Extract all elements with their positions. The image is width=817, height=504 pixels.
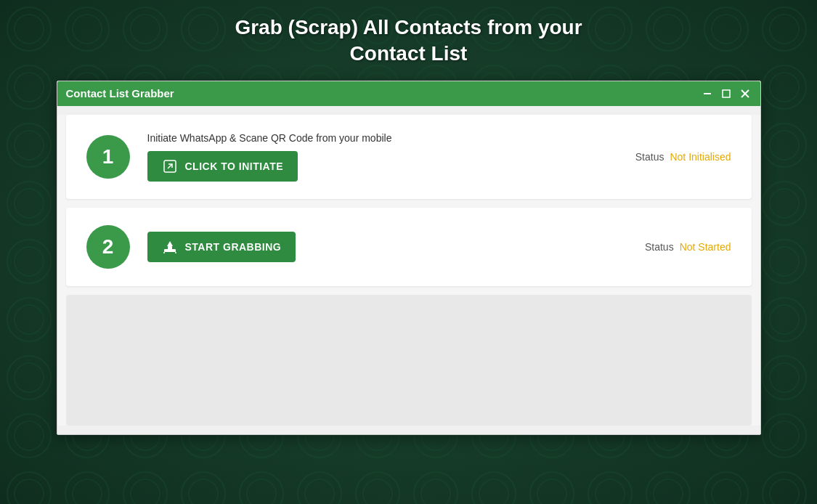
close-button[interactable]: [739, 87, 752, 100]
minimize-button[interactable]: [701, 87, 714, 100]
start-grabbing-button[interactable]: START GRABBING: [147, 232, 296, 262]
page-wrapper: Grab (Scrap) All Contacts from your Cont…: [0, 0, 817, 450]
click-to-initiate-button[interactable]: CLICK TO INITIATE: [147, 151, 298, 182]
step-2-status-label: Status: [645, 241, 674, 253]
step-1-status-value: Not Initialised: [670, 151, 731, 163]
step-1-status: Status Not Initialised: [635, 151, 731, 163]
step-2-card: 2 START GR: [66, 208, 752, 286]
grabbing-button-label: START GRABBING: [185, 241, 282, 253]
step-1-status-label: Status: [635, 151, 664, 163]
page-title: Grab (Scrap) All Contacts from your Cont…: [235, 15, 582, 68]
window-body: 1 Initiate WhatsApp & Scane QR Code from…: [57, 115, 760, 426]
svg-rect-6: [168, 246, 172, 250]
grabbing-icon: [162, 239, 178, 255]
app-window: Contact List Grabber 1 Initiate WhatsApp: [57, 81, 761, 435]
step-2-status: Status Not Started: [645, 241, 731, 253]
window-title: Contact List Grabber: [66, 87, 174, 99]
step-2-content: START GRABBING: [147, 232, 627, 262]
svg-rect-1: [723, 90, 730, 97]
step-2-status-value: Not Started: [680, 241, 731, 253]
step-1-content: Initiate WhatsApp & Scane QR Code from y…: [147, 132, 618, 182]
bottom-empty-area: [66, 295, 752, 426]
step-2-number: 2: [86, 225, 130, 269]
maximize-button[interactable]: [720, 87, 733, 100]
svg-marker-7: [167, 241, 173, 246]
step-1-description: Initiate WhatsApp & Scane QR Code from y…: [147, 132, 618, 144]
step-1-number: 1: [86, 135, 130, 179]
step-1-card: 1 Initiate WhatsApp & Scane QR Code from…: [66, 115, 752, 199]
initiate-button-label: CLICK TO INITIATE: [185, 160, 284, 172]
window-titlebar: Contact List Grabber: [57, 81, 760, 106]
initiate-icon: [162, 158, 178, 174]
window-controls: [701, 87, 752, 100]
